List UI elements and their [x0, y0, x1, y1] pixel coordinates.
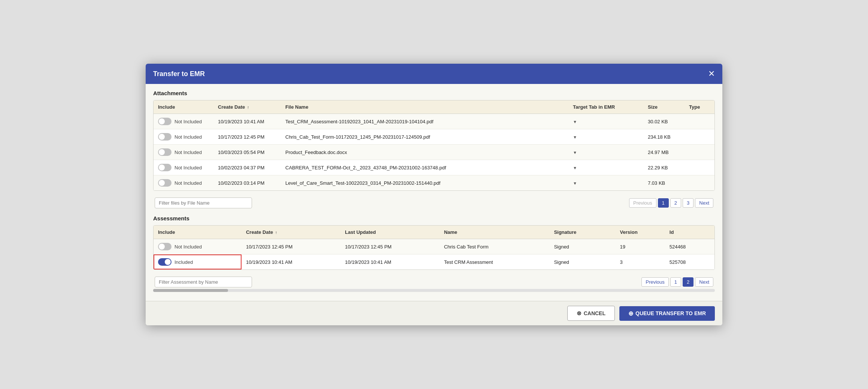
assessments-col-signature: Signature — [549, 226, 615, 239]
attachments-row: Not Included 10/02/2023 04:37 PM CABRERA… — [154, 160, 714, 175]
assessment-name: Chris Cab Test Form — [440, 239, 550, 254]
assessment-id: 525708 — [665, 254, 714, 270]
attachment-toggle[interactable] — [158, 179, 172, 187]
attachment-size: 234.18 KB — [643, 129, 685, 145]
attachment-toggle[interactable] — [158, 148, 172, 156]
dropdown-arrow-icon[interactable]: ▼ — [573, 120, 577, 124]
horizontal-scrollbar[interactable] — [153, 289, 715, 292]
attachment-create-date: 10/19/2023 10:41 AM — [213, 114, 281, 129]
assessments-page-1-button[interactable]: 1 — [670, 277, 681, 287]
modal-footer: ⊗ CANCEL ⊕ QUEUE TRANSFER TO EMR — [146, 301, 722, 325]
assessments-table: Include Create Date ↑ Last Updated Name … — [154, 226, 714, 269]
attachments-pagination: Previous 1 2 3 Next — [629, 198, 713, 208]
attachment-target-tab: ▼ — [568, 129, 643, 145]
dropdown-arrow-icon[interactable]: ▼ — [573, 166, 577, 170]
assessments-next-button[interactable]: Next — [695, 277, 713, 287]
attachments-row: Not Included 10/19/2023 10:41 AM Test_CR… — [154, 114, 714, 129]
attachments-row: Not Included 10/02/2023 03:14 PM Level_o… — [154, 175, 714, 191]
attachment-type — [685, 129, 714, 145]
attachment-include-label: Not Included — [174, 119, 202, 124]
attachments-page-1-button[interactable]: 1 — [658, 198, 669, 208]
attachment-create-date: 10/03/2023 05:54 PM — [213, 145, 281, 160]
close-button[interactable]: ✕ — [708, 70, 715, 78]
dropdown-arrow-icon[interactable]: ▼ — [573, 135, 577, 139]
attachments-filter-row: Previous 1 2 3 Next — [153, 194, 715, 210]
dropdown-arrow-icon[interactable]: ▼ — [573, 181, 577, 186]
assessment-include-cell: Not Included — [158, 243, 237, 250]
assessments-col-include: Include — [154, 226, 242, 239]
attachments-header-row: Include Create Date ↑ File Name Target T… — [154, 100, 714, 114]
attachments-col-size: Size — [643, 100, 685, 114]
cancel-button[interactable]: ⊗ CANCEL — [567, 306, 615, 321]
queue-transfer-button[interactable]: ⊕ QUEUE TRANSFER TO EMR — [619, 306, 715, 321]
sort-arrow-assessments-icon: ↑ — [275, 230, 277, 235]
assessments-tbody: Not Included 10/17/2023 12:45 PM 10/17/2… — [154, 239, 714, 270]
plus-icon: ⊕ — [628, 310, 633, 317]
assessment-last-updated: 10/19/2023 10:41 AM — [340, 254, 439, 270]
attachments-col-filename: File Name — [281, 100, 568, 114]
assessments-col-createdate: Create Date ↑ — [242, 226, 340, 239]
attachments-section-title: Attachments — [153, 90, 715, 96]
modal-body: Attachments Include Create Date ↑ File N… — [146, 84, 722, 301]
attachment-target-tab: ▼ — [568, 145, 643, 160]
attachments-filter-input[interactable] — [155, 197, 252, 208]
attachments-row: Not Included 10/17/2023 12:45 PM Chris_C… — [154, 129, 714, 145]
attachment-target-tab: ▼ — [568, 114, 643, 129]
assessment-toggle[interactable] — [158, 243, 172, 250]
attachments-col-type: Type — [685, 100, 714, 114]
attachments-page-3-button[interactable]: 3 — [683, 198, 694, 208]
assessment-include-cell: Included — [158, 258, 237, 266]
assessment-version: 19 — [616, 239, 665, 254]
attachment-toggle[interactable] — [158, 164, 172, 171]
assessments-prev-button[interactable]: Previous — [641, 277, 669, 287]
assessments-row: Included 10/19/2023 10:41 AM 10/19/2023 … — [154, 254, 714, 270]
transfer-to-emr-modal: Transfer to EMR ✕ Attachments Include Cr… — [146, 64, 722, 325]
assessment-version: 3 — [616, 254, 665, 270]
modal-header: Transfer to EMR ✕ — [146, 64, 722, 84]
attachments-next-button[interactable]: Next — [695, 198, 713, 208]
attachment-size: 24.97 MB — [643, 145, 685, 160]
attachment-include-label: Not Included — [174, 165, 202, 171]
assessment-name: Test CRM Assessment — [440, 254, 550, 270]
modal-title: Transfer to EMR — [153, 70, 205, 78]
dropdown-arrow-icon[interactable]: ▼ — [573, 150, 577, 155]
attachment-create-date: 10/02/2023 04:37 PM — [213, 160, 281, 175]
assessment-last-updated: 10/17/2023 12:45 PM — [340, 239, 439, 254]
assessments-col-lastupdated: Last Updated — [340, 226, 439, 239]
attachment-include-label: Not Included — [174, 180, 202, 186]
attachment-file-name: Product_Feedback.doc.docx — [281, 145, 568, 160]
assessments-page-2-button[interactable]: 2 — [683, 277, 694, 287]
assessments-col-name: Name — [440, 226, 550, 239]
attachments-row: Not Included 10/03/2023 05:54 PM Product… — [154, 145, 714, 160]
assessments-filter-input[interactable] — [155, 277, 252, 287]
attachments-col-createdate: Create Date ↑ — [213, 100, 281, 114]
attachment-target-tab: ▼ — [568, 175, 643, 191]
attachments-page-2-button[interactable]: 2 — [670, 198, 681, 208]
attachments-prev-button[interactable]: Previous — [629, 198, 656, 208]
attachment-file-name: Chris_Cab_Test_Form-10172023_1245_PM-202… — [281, 129, 568, 145]
attachment-toggle[interactable] — [158, 118, 172, 125]
attachment-file-name: Test_CRM_Assessment-10192023_1041_AM-202… — [281, 114, 568, 129]
assessments-header-row: Include Create Date ↑ Last Updated Name … — [154, 226, 714, 239]
attachment-include-cell: Not Included — [158, 164, 209, 171]
attachment-type — [685, 114, 714, 129]
attachment-create-date: 10/02/2023 03:14 PM — [213, 175, 281, 191]
assessments-filter-row: Previous 1 2 Next — [153, 274, 715, 289]
attachment-include-label: Not Included — [174, 150, 202, 155]
attachments-col-target: Target Tab in EMR — [568, 100, 643, 114]
attachment-target-tab: ▼ — [568, 160, 643, 175]
assessments-section-title: Assessments — [153, 215, 715, 221]
attachment-file-name: Level_of_Care_Smart_Test-10022023_0314_P… — [281, 175, 568, 191]
assessment-create-date: 10/17/2023 12:45 PM — [242, 239, 340, 254]
assessments-table-container: Include Create Date ↑ Last Updated Name … — [153, 225, 715, 270]
assessments-col-id: Id — [665, 226, 714, 239]
assessments-pagination: Previous 1 2 Next — [641, 277, 713, 287]
assessments-row: Not Included 10/17/2023 12:45 PM 10/17/2… — [154, 239, 714, 254]
attachment-toggle[interactable] — [158, 133, 172, 141]
assessment-signature: Signed — [549, 239, 615, 254]
assessment-toggle[interactable] — [158, 258, 172, 266]
attachment-include-cell: Not Included — [158, 118, 209, 125]
attachments-tbody: Not Included 10/19/2023 10:41 AM Test_CR… — [154, 114, 714, 191]
attachment-type — [685, 160, 714, 175]
attachment-size: 7.03 KB — [643, 175, 685, 191]
